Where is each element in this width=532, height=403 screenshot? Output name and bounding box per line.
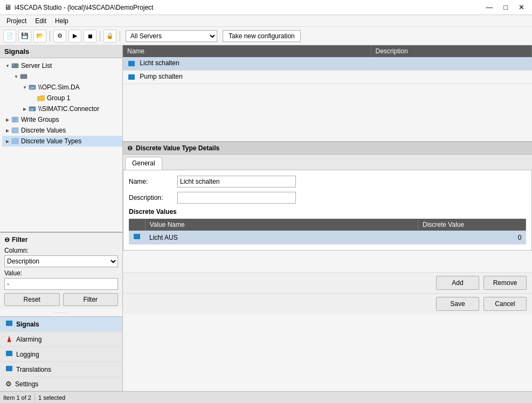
l2-icon [19, 72, 28, 81]
toolbar-sep-2 [100, 31, 100, 41]
group1-label: Group 1 [47, 94, 70, 102]
inner-col-icon [129, 219, 145, 231]
detail-panel: ⊖ Discrete Value Type Details General Na… [123, 142, 532, 391]
filter-value-label: Value: [4, 269, 118, 277]
panel-separator: ············ [0, 309, 122, 316]
table-row[interactable]: Licht schalten [123, 57, 532, 71]
spacer [123, 251, 532, 272]
tree-item-write-groups[interactable]: ▶ Write Groups [2, 114, 122, 125]
main-layout: Signals ▼ Server List ▼ ▼ [0, 45, 532, 391]
filter-button[interactable]: Filter [63, 293, 119, 306]
opc-icon: OPC [28, 83, 37, 92]
cancel-button[interactable]: Cancel [483, 297, 527, 311]
filter-header: ⊖ Filter [4, 236, 118, 244]
opc-label: \\OPC.Sim.DA [38, 84, 80, 91]
minimize-button[interactable]: — [482, 3, 496, 11]
toolbar-btn-5[interactable]: ▶ [68, 30, 81, 43]
server-select[interactable]: All Servers [126, 30, 217, 42]
status-bar: Item 1 of 2 1 selected [0, 391, 532, 403]
svg-rect-18 [128, 61, 135, 66]
filter-value-input[interactable] [4, 278, 118, 290]
group1-folder-icon [37, 94, 45, 102]
name-input[interactable] [177, 176, 296, 187]
menu-project[interactable]: Project [2, 16, 31, 26]
svg-rect-13 [12, 138, 18, 144]
expand-icon-write: ▶ [4, 117, 11, 122]
tree-item-discrete-values[interactable]: ▶ Discrete Values [2, 125, 122, 136]
row1-desc [371, 57, 531, 71]
expand-icon-simatic: ▶ [22, 107, 28, 112]
nav-logging[interactable]: Logging [0, 347, 122, 362]
filter-column-select[interactable]: Description Name [4, 255, 118, 267]
tree-item-server-list[interactable]: ▼ Server List [2, 60, 122, 71]
row1-icon [127, 59, 136, 68]
tree-item-discrete-value-types[interactable]: ▶ Discrete Value Types [2, 136, 122, 147]
discrete-values-table: Value Name Discrete Value Licht AUS [129, 219, 526, 245]
filter-buttons: Reset Filter [4, 293, 118, 306]
inner-row1-name: Licht AUS [145, 231, 418, 245]
toolbar-btn-2[interactable]: 💾 [18, 30, 31, 43]
nav-logging-label: Logging [16, 351, 39, 358]
tree-item-simatic[interactable]: ▶ SIM \\SIMATIC.Connector [19, 103, 122, 114]
filter-collapse-icon: ⊖ [4, 236, 10, 244]
save-button[interactable]: Save [436, 297, 479, 311]
name-form-label: Name: [129, 178, 177, 185]
toolbar-btn-1[interactable]: 📄 [3, 30, 16, 43]
remove-button[interactable]: Remove [483, 276, 527, 290]
title-bar-title: 🖥 i4SCADA Studio - (local)\i4SCADA\DemoP… [4, 3, 153, 11]
table-row[interactable]: Pump schalten [123, 71, 532, 84]
svg-rect-14 [6, 321, 12, 326]
settings-nav-icon: ⚙ [5, 380, 12, 388]
toolbar-btn-7[interactable]: 🔒 [103, 30, 116, 43]
svg-text:OPC: OPC [30, 86, 36, 89]
tab-general[interactable]: General [125, 157, 162, 170]
title-bar: 🖥 i4SCADA Studio - (local)\i4SCADA\DemoP… [0, 0, 532, 15]
svg-rect-3 [20, 74, 27, 79]
take-config-button[interactable]: Take new configuration [223, 30, 301, 42]
detail-header-label: Discrete Value Type Details [136, 144, 219, 152]
top-table-area: Name Description Licht schalten [123, 45, 532, 142]
nav-translations[interactable]: Translations [0, 362, 122, 377]
nav-alarming-label: Alarming [16, 336, 42, 343]
nav-section: Signals Alarming Logging Translations [0, 316, 122, 391]
description-input[interactable] [177, 192, 296, 204]
col-description: Description [371, 45, 531, 57]
expand-icon-server-list: ▼ [4, 64, 11, 68]
tree-item-group1[interactable]: Group 1 [28, 93, 122, 103]
detail-header: ⊖ Discrete Value Type Details [123, 142, 532, 155]
table-row[interactable]: Licht AUS 0 [129, 231, 526, 245]
toolbar: 📄 💾 📂 ⚙ ▶ ⏹ 🔒 All Servers Take new confi… [0, 27, 532, 45]
tree-item-l2[interactable]: ▼ [11, 71, 122, 82]
right-panel: Name Description Licht schalten [123, 45, 532, 391]
tree-item-opc-sim[interactable]: ▼ OPC \\OPC.Sim.DA [19, 82, 122, 93]
row2-desc [371, 71, 531, 84]
dvt-icon [11, 137, 19, 145]
menu-help[interactable]: Help [51, 16, 73, 26]
title-bar-controls: — □ ✕ [482, 3, 528, 11]
svg-text:SIM: SIM [30, 108, 33, 111]
svg-rect-16 [6, 351, 12, 356]
row2-icon [127, 73, 136, 81]
nav-alarming[interactable]: Alarming [0, 332, 122, 347]
toolbar-btn-6[interactable]: ⏹ [84, 30, 96, 43]
filter-panel: ⊖ Filter Column: Description Name Value:… [0, 232, 122, 309]
menu-bar: Project Edit Help [0, 15, 532, 27]
nav-signals[interactable]: Signals [0, 317, 122, 332]
add-button[interactable]: Add [436, 276, 479, 290]
reset-button[interactable]: Reset [4, 293, 60, 306]
status-sep [34, 394, 35, 401]
maximize-button[interactable]: □ [500, 3, 511, 11]
description-form-label: Description: [129, 194, 177, 202]
simatic-icon: SIM [28, 105, 37, 113]
nav-signals-label: Signals [16, 321, 39, 328]
menu-edit[interactable]: Edit [31, 16, 51, 26]
inner-row1-icon [133, 233, 141, 240]
toolbar-btn-4[interactable]: ⚙ [53, 30, 66, 43]
nav-settings[interactable]: ⚙ Settings [0, 377, 122, 391]
close-button[interactable]: ✕ [515, 3, 528, 11]
toolbar-btn-3[interactable]: 📂 [33, 30, 46, 43]
status-selected: 1 selected [38, 394, 65, 401]
tree-area: ▼ Server List ▼ ▼ OPC \\OPC.S [0, 58, 122, 232]
translations-nav-icon [5, 365, 13, 374]
signals-panel-header: Signals [0, 45, 122, 58]
